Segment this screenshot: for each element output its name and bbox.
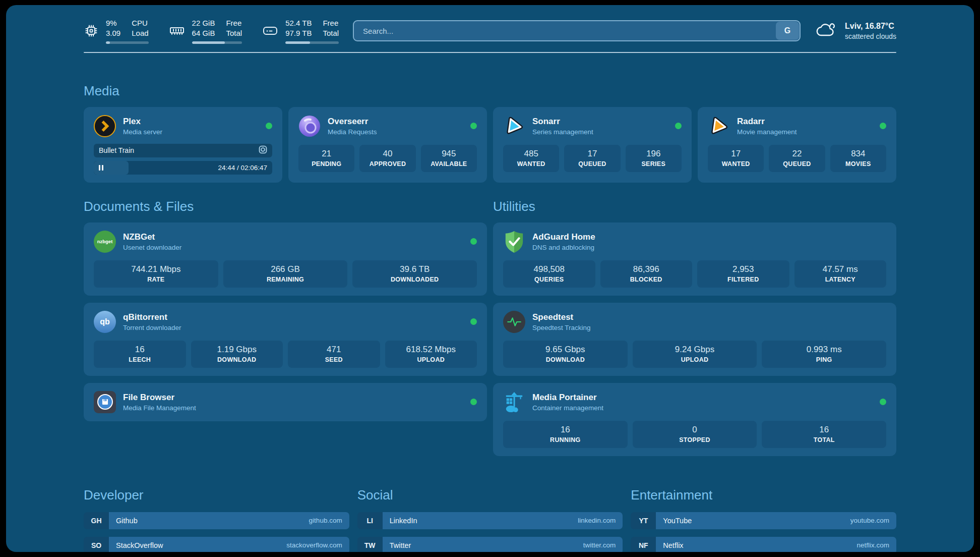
stat-value: 16 [819, 425, 829, 435]
stat-cell: 1.19 Gbps DOWNLOAD [191, 341, 283, 368]
bookmark-youtube[interactable]: YT YouTube youtube.com [631, 512, 896, 529]
weather-widget: Lviv, 16.87°C scattered clouds [815, 21, 896, 41]
disk-icon [262, 23, 278, 38]
disk-total-label: Total [323, 28, 339, 38]
stat-label: MOVIES [845, 160, 871, 168]
service-card-portainer[interactable]: Media Portainer Container management 16 … [493, 383, 896, 456]
pause-icon[interactable] [99, 165, 103, 171]
service-card-speedtest[interactable]: Speedtest Speedtest Tracking 9.65 Gbps D… [493, 303, 896, 376]
service-title: Media Portainer [532, 393, 873, 403]
stat-label: RUNNING [550, 436, 580, 443]
bookmark-abbr: GH [84, 512, 109, 529]
player-progress-bar[interactable]: 24:44 / 02:06:47 [94, 161, 272, 175]
search-bar: G [353, 20, 801, 41]
stat-label: QUEUED [578, 160, 606, 168]
service-card-adguard[interactable]: AdGuard Home DNS and adblocking 498,508 … [493, 222, 896, 296]
stat-label: UPLOAD [417, 356, 445, 363]
stat-label: APPROVED [370, 160, 406, 168]
stat-cell: 618.52 Mbps UPLOAD [385, 341, 477, 368]
stat-value: 9.24 Gbps [675, 345, 714, 355]
load-label: Load [132, 28, 148, 38]
stat-value: 744.21 Mbps [131, 264, 180, 274]
disk-free-value: 52.4 TB [285, 18, 312, 28]
service-card-plex[interactable]: Plex Media server Bullet Train [84, 107, 282, 183]
disk-stat: 52.4 TB 97.9 TB Free Total [262, 18, 339, 44]
stat-value: 40 [383, 149, 393, 159]
bookmark-url: github.com [309, 517, 342, 524]
qbittorrent-icon: qb [94, 311, 116, 333]
bookmark-name: Netflix [663, 541, 683, 549]
weather-condition: scattered clouds [845, 32, 896, 41]
system-stats: 9% 3.09 CPU Load [84, 18, 339, 44]
stat-value: 9.65 Gbps [545, 345, 585, 355]
service-title: Speedtest [532, 312, 886, 322]
bookmark-url: linkedin.com [578, 517, 616, 524]
cpu-percent: 9% [106, 18, 120, 28]
adguard-icon [503, 231, 525, 253]
stat-value: 17 [588, 149, 597, 159]
stat-value: 945 [442, 149, 456, 159]
cpu-progress-bar [106, 41, 149, 44]
plex-icon [94, 115, 116, 137]
dashboard: 9% 3.09 CPU Load [6, 5, 974, 552]
bookmark-github[interactable]: GH Github github.com [84, 512, 349, 529]
service-subtitle: DNS and adblocking [532, 244, 886, 251]
stat-cell: 0 STOPPED [633, 421, 757, 448]
bookmark-twitter[interactable]: TW Twitter twitter.com [357, 537, 623, 552]
service-card-qbittorrent[interactable]: qb qBittorrent Torrent downloader 16 LEE… [84, 303, 487, 376]
service-card-sonarr[interactable]: Sonarr Series management 485 WANTED 17 Q… [493, 107, 692, 183]
stat-label: SEED [325, 356, 343, 363]
stat-label: SERIES [641, 160, 665, 168]
stat-label: DOWNLOADED [391, 276, 439, 283]
service-subtitle: Media File Management [123, 404, 463, 412]
stat-value: 17 [731, 149, 741, 159]
search-provider-button[interactable]: G [776, 22, 799, 40]
cloud-icon [815, 21, 838, 41]
stat-cell: 9.24 Gbps UPLOAD [633, 341, 757, 368]
sonarr-icon [503, 115, 525, 137]
stat-cell: 9.65 Gbps DOWNLOAD [503, 341, 628, 368]
stat-value: 196 [646, 149, 660, 159]
stat-label: BLOCKED [630, 276, 662, 283]
cpu-stat: 9% 3.09 CPU Load [84, 18, 149, 44]
bookmark-stackoverflow[interactable]: SO StackOverflow stackoverflow.com [84, 537, 349, 552]
stat-label: TOTAL [814, 436, 835, 443]
memory-free-label: Free [226, 18, 242, 28]
status-indicator [470, 123, 477, 129]
section-heading-documents: Documents & Files [84, 199, 487, 214]
stat-label: DOWNLOAD [217, 356, 256, 363]
stat-label: PENDING [312, 160, 341, 168]
bookmark-abbr: LI [357, 512, 383, 529]
stat-value: 1.19 Gbps [217, 345, 257, 355]
status-indicator [470, 318, 477, 325]
service-card-overseerr[interactable]: Overseerr Media Requests 21 PENDING 40 A… [288, 107, 487, 183]
stat-value: 471 [327, 345, 341, 355]
now-playing-row: Bullet Train [94, 144, 272, 157]
stat-value: 0 [692, 425, 697, 435]
stat-cell: 471 SEED [288, 341, 380, 368]
service-card-radarr[interactable]: Radarr Movie management 17 WANTED 22 QUE… [698, 107, 896, 183]
section-heading-developer: Developer [84, 487, 349, 503]
service-title: AdGuard Home [532, 232, 886, 242]
stat-cell: 86,396 BLOCKED [600, 260, 693, 288]
service-card-filebrowser[interactable]: File Browser Media File Management [84, 383, 487, 421]
search-input[interactable] [353, 20, 801, 41]
camera-icon[interactable] [259, 145, 267, 155]
stat-value: 86,396 [633, 264, 659, 274]
disk-total-value: 97.9 TB [285, 28, 312, 38]
bookmark-name: StackOverflow [116, 541, 163, 549]
stat-cell: 40 APPROVED [359, 145, 415, 172]
top-bar: 9% 3.09 CPU Load [84, 18, 896, 44]
service-card-nzbget[interactable]: nzbget NZBGet Usenet downloader 744.21 M… [84, 222, 487, 296]
radarr-icon [708, 115, 730, 137]
speedtest-icon [503, 311, 525, 333]
service-title: NZBGet [123, 232, 463, 242]
stat-value: 22 [792, 149, 802, 159]
stat-cell: 498,508 QUERIES [503, 260, 595, 288]
stat-cell: 196 SERIES [626, 145, 682, 172]
stat-value: 498,508 [534, 264, 565, 274]
stat-cell: 744.21 Mbps RATE [94, 260, 218, 288]
bookmark-netflix[interactable]: NF Netflix netflix.com [631, 537, 896, 552]
bookmark-linkedin[interactable]: LI LinkedIn linkedin.com [357, 512, 623, 529]
stat-label: LEECH [129, 356, 151, 363]
